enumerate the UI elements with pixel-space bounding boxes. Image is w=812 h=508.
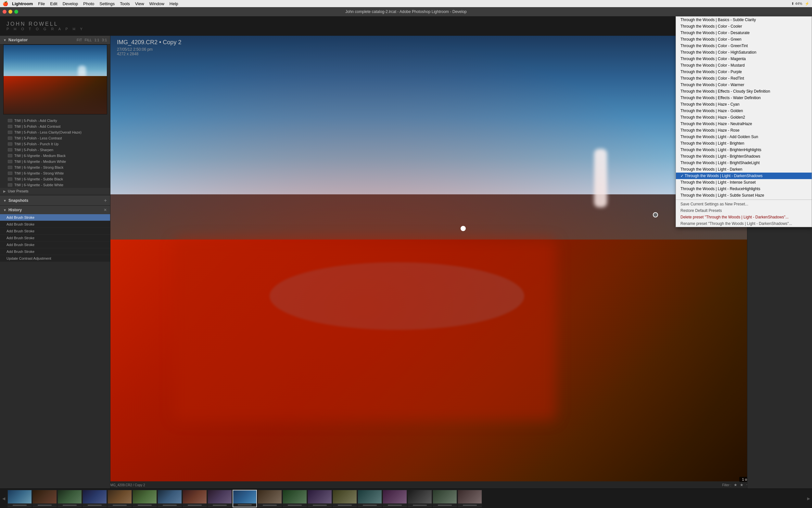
film-thumb-7[interactable] — [157, 490, 182, 507]
preset-item[interactable]: TtW | 5-Polish - Add Clarity — [0, 118, 110, 124]
dropdown-item-24[interactable]: ✓ Through the Woods | Light - DarkenShad… — [676, 173, 812, 179]
navigator-header[interactable]: ▼ Navigator FIT FILL 1:1 3:1 — [0, 36, 110, 45]
dropdown-action-3[interactable]: Rename preset "Through the Woods | Light… — [676, 220, 812, 227]
preset-item[interactable]: TtW | 5-Polish - Less Clarity(Overall Ha… — [0, 129, 110, 135]
preset-item[interactable]: TtW | 5-Polish - Add Contrast — [0, 124, 110, 129]
snapshots-header[interactable]: ▼ Snapshots + — [0, 196, 110, 206]
menu-develop[interactable]: Develop — [63, 1, 78, 6]
film-thumb-12[interactable] — [283, 490, 307, 507]
menu-window[interactable]: Window — [149, 1, 164, 6]
menu-settings[interactable]: Settings — [99, 1, 115, 6]
history-item-0[interactable]: Add Brush Stroke — [0, 214, 110, 221]
history-header[interactable]: ▼ History ✕ — [0, 206, 110, 214]
film-thumb-3[interactable] — [57, 490, 82, 507]
dropdown-item-12[interactable]: Through the Woods | Effects - Water Defi… — [676, 95, 812, 101]
film-thumb-1[interactable] — [7, 490, 32, 507]
film-thumb-4[interactable] — [83, 490, 107, 507]
history-close-button[interactable]: ✕ — [104, 208, 107, 212]
film-thumb-15[interactable] — [357, 490, 382, 507]
preset-item[interactable]: TtW | 6-Vignette - Strong Black — [0, 164, 110, 170]
filmstrip-left-arrow[interactable]: ◀ — [0, 496, 7, 501]
film-thumb-19[interactable] — [458, 490, 482, 507]
minimize-button[interactable] — [8, 10, 12, 14]
film-thumb-2[interactable] — [33, 490, 57, 507]
dropdown-item-7[interactable]: Through the Woods | Color - Mustard — [676, 62, 812, 69]
dropdown-item-16[interactable]: Through the Woods | Haze - NeutralHaze — [676, 121, 812, 127]
fit-label[interactable]: FIT — [77, 38, 82, 42]
history-item-6[interactable]: Update Contrast Adjustment — [0, 255, 110, 262]
dropdown-action-1[interactable]: Restore Default Presets — [676, 207, 812, 214]
dropdown-item-4[interactable]: Through the Woods | Color - GreenTint — [676, 43, 812, 49]
dropdown-item-8[interactable]: Through the Woods | Color - Purple — [676, 69, 812, 75]
fill-label[interactable]: FILL — [85, 38, 92, 42]
film-thumb-9[interactable] — [207, 490, 232, 507]
dropdown-action-0[interactable]: Save Current Settings as New Preset... — [676, 201, 812, 207]
menu-file[interactable]: File — [38, 1, 45, 6]
dropdown-item-5[interactable]: Through the Woods | Color - HighSaturati… — [676, 49, 812, 55]
snapshots-add-button[interactable]: + — [104, 198, 107, 204]
film-thumb-16[interactable] — [383, 490, 407, 507]
dropdown-item-25[interactable]: Through the Woods | Light - Intense Suns… — [676, 179, 812, 185]
preset-item[interactable]: TtW | 5-Polish - Sharpen — [0, 147, 110, 153]
user-presets-header[interactable]: ▶ User Presets — [0, 188, 110, 194]
menu-view[interactable]: View — [135, 1, 144, 6]
preset-item[interactable]: TtW | 6-Vignette - Subtle White — [0, 182, 110, 188]
dropdown-item-27[interactable]: Through the Woods | Light - Subtle Sunse… — [676, 192, 812, 199]
film-thumb-8[interactable] — [183, 490, 207, 507]
film-thumb-11[interactable] — [257, 490, 282, 507]
film-thumb-5[interactable] — [107, 490, 132, 507]
preset-item[interactable]: TtW | 5-Polish - Punch It Up — [0, 141, 110, 147]
edit-pin-2[interactable] — [653, 212, 658, 217]
film-thumb-13[interactable] — [307, 490, 332, 507]
film-thumb-18[interactable] — [433, 490, 457, 507]
apple-menu[interactable]: 🍎 — [3, 1, 8, 6]
dropdown-item-2[interactable]: Through the Woods | Color - Desaturate — [676, 30, 812, 36]
history-item-4[interactable]: Add Brush Stroke — [0, 242, 110, 248]
maximize-button[interactable] — [14, 10, 18, 14]
dropdown-item-18[interactable]: Through the Woods | Light - Add Golden S… — [676, 134, 812, 140]
film-thumb-14[interactable] — [333, 490, 357, 507]
dropdown-item-22[interactable]: Through the Woods | Light - BrightShadeL… — [676, 160, 812, 166]
dropdown-item-9[interactable]: Through the Woods | Color - RedTint — [676, 75, 812, 82]
history-item-5[interactable]: Add Brush Stroke — [0, 248, 110, 255]
menu-edit[interactable]: Edit — [50, 1, 57, 6]
menu-photo[interactable]: Photo — [83, 1, 94, 6]
one-label[interactable]: 1:1 — [94, 38, 99, 42]
star-2[interactable]: ★ — [740, 483, 744, 487]
film-thumb-10[interactable] — [233, 490, 257, 507]
close-button[interactable] — [3, 10, 6, 14]
dropdown-item-6[interactable]: Through the Woods | Color - Magenta — [676, 55, 812, 62]
history-item-2[interactable]: Add Brush Stroke — [0, 228, 110, 235]
film-thumb-6[interactable] — [133, 490, 157, 507]
history-item-1[interactable]: Add Brush Stroke — [0, 221, 110, 228]
dropdown-item-13[interactable]: Through the Woods | Haze - Cyan — [676, 101, 812, 108]
dropdown-item-11[interactable]: Through the Woods | Effects - Cloudy Sky… — [676, 88, 812, 95]
edit-pin-3[interactable] — [461, 226, 466, 231]
menu-tools[interactable]: Tools — [120, 1, 130, 6]
star-1[interactable]: ★ — [734, 483, 737, 487]
app-name[interactable]: Lightroom — [12, 1, 33, 6]
three-label[interactable]: 3:1 — [102, 38, 107, 42]
history-item-3[interactable]: Add Brush Stroke — [0, 235, 110, 242]
dropdown-item-1[interactable]: Through the Woods | Color - Cooler — [676, 23, 812, 30]
filmstrip-right-arrow[interactable]: ▶ — [805, 496, 812, 501]
dropdown-item-21[interactable]: Through the Woods | Light - BrightenShad… — [676, 153, 812, 160]
menu-help[interactable]: Help — [170, 1, 178, 6]
film-thumb-17[interactable] — [408, 490, 432, 507]
dropdown-item-17[interactable]: Through the Woods | Haze - Rose — [676, 127, 812, 134]
preset-item[interactable]: TtW | 6-Vignette - Medium White — [0, 159, 110, 164]
dropdown-item-0[interactable]: Through the Woods | Basics - Subtle Clar… — [676, 16, 812, 23]
dropdown-item-10[interactable]: Through the Woods | Color - Warmer — [676, 82, 812, 88]
preset-item[interactable]: TtW | 6-Vignette - Medium Black — [0, 153, 110, 159]
dropdown-item-3[interactable]: Through the Woods | Color - Green — [676, 36, 812, 43]
dropdown-item-23[interactable]: Through the Woods | Light - Darken — [676, 166, 812, 173]
dropdown-action-2[interactable]: Delete preset "Through the Woods | Light… — [676, 214, 812, 220]
dropdown-item-19[interactable]: Through the Woods | Light - Brighten — [676, 140, 812, 146]
preset-item[interactable]: TtW | 5-Polish - Less Contrast — [0, 135, 110, 141]
preset-item[interactable]: TtW | 6-Vignette - Subtle Black — [0, 176, 110, 182]
dropdown-item-26[interactable]: Through the Woods | Light - ReduceHighli… — [676, 185, 812, 192]
dropdown-item-15[interactable]: Through the Woods | Haze - Golden2 — [676, 114, 812, 121]
dropdown-item-20[interactable]: Through the Woods | Light - BrightenHigh… — [676, 146, 812, 153]
dropdown-item-14[interactable]: Through the Woods | Haze - Golden — [676, 108, 812, 114]
preset-item[interactable]: TtW | 6-Vignette - Strong White — [0, 170, 110, 176]
